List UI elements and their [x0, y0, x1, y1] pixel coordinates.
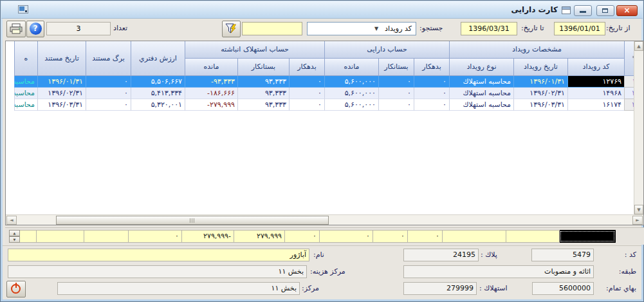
grid-cell-asset-balance[interactable]: ۵,۶۰۰,۰۰۰ — [324, 99, 378, 111]
from-date-field[interactable]: 1396/01/01 — [554, 22, 605, 35]
col-header-depr-balance[interactable]: مانده — [185, 59, 237, 76]
help-button[interactable]: ? — [26, 21, 44, 37]
grid-cell-asset-credit[interactable]: ۰ — [378, 88, 414, 99]
grid-cell-depr-credit[interactable]: ۹۳,۳۳۳ — [237, 76, 289, 88]
grid-cell-doc-date[interactable]: ۱۳۹۶/۰۲/۳۱ — [37, 88, 86, 99]
summary-cell-depr-balance: ۲۷۹,۹۹۹- — [181, 230, 234, 243]
from-date-label: از تاریخ: — [606, 24, 630, 32]
grid-cell-event-code[interactable]: ۱۶۱۷۴ — [567, 99, 624, 111]
class-field[interactable]: اثاثه و منصوبات — [403, 265, 594, 278]
col-group-event-label[interactable]: مشخصات رویداد — [449, 41, 624, 59]
summary-cell-doc-sheet — [84, 230, 129, 243]
col-header-method-partial[interactable]: ه — [14, 41, 37, 76]
center-field[interactable]: بخش ۱۱ — [57, 282, 300, 295]
search-type-combo[interactable]: کد رویداد ▼ — [307, 22, 416, 35]
grid-cell-depr-balance[interactable]: -۱۸۶,۶۶۶ — [185, 88, 237, 99]
col-header-event-code[interactable]: کد رویداد — [567, 59, 624, 76]
asset-detail-panel: کد : 5479 پلاك : 24195 نام: آباژور طبقه:… — [3, 245, 641, 299]
grid-cell-asset-debit[interactable]: ۰ — [414, 88, 449, 99]
plate-field[interactable]: 24195 — [403, 249, 479, 261]
grid-cell-asset-credit[interactable]: ۰ — [378, 76, 414, 88]
close-button[interactable]: × — [616, 5, 638, 16]
grid-cell-asset-debit[interactable]: ۰ — [414, 76, 449, 88]
grid-cell-event-code[interactable]: ۱۴۹۶۸ — [567, 88, 624, 99]
print-icon — [10, 23, 23, 35]
grid-cell-depr-balance[interactable]: -۲۷۹,۹۹۹ — [185, 99, 237, 111]
grid-cell-method[interactable]: محاسبه — [14, 88, 37, 99]
to-date-field[interactable]: 1396/03/31 — [461, 22, 517, 35]
name-field[interactable]: آباژور — [8, 249, 309, 261]
code-field[interactable]: 5479 — [531, 249, 594, 261]
grid-cell-doc-sheet[interactable]: ۰ — [86, 88, 131, 99]
v-scrollbar[interactable]: ▲ ▼ — [634, 41, 643, 214]
grid-cell-book-value[interactable]: ۵,۴۱۳,۳۳۴ — [131, 88, 185, 99]
h-scrollbar[interactable]: ◄ ► — [6, 214, 643, 225]
col-header-doc-date[interactable]: تاریخ مستند — [37, 41, 86, 76]
grid-cell-depr-credit[interactable]: ۹۳,۳۳۳ — [237, 99, 289, 111]
grid-cell-asset-balance[interactable]: ۵,۶۰۰,۰۰۰ — [324, 76, 378, 88]
scroll-right-icon[interactable]: ► — [632, 216, 643, 225]
grid-cell-event-date[interactable]: ۱۳۹۶/۰۲/۳۱ — [513, 88, 567, 99]
depreciation-field[interactable]: 279999 — [403, 282, 477, 295]
col-header-book-value[interactable]: ارزش دفتري — [131, 41, 185, 76]
grid-cell-depr-debit[interactable]: ۰ — [289, 76, 324, 88]
col-group-asset-label[interactable]: حساب دارایی — [324, 41, 449, 59]
col-header-asset-credit[interactable]: بستانکار — [378, 59, 414, 76]
grid-cell-event-type[interactable]: محاسبه استهلاك — [449, 88, 513, 99]
grid-cell-depr-debit[interactable]: ۰ — [289, 88, 324, 99]
filter-button[interactable] — [222, 21, 241, 37]
chevron-down-icon[interactable]: ▼ — [374, 23, 378, 35]
minimize-button[interactable] — [574, 5, 592, 16]
scroll-up-icon[interactable]: ▲ — [634, 41, 643, 51]
col-group-depreciation-label[interactable]: حساب استهلاک انباشته — [185, 41, 324, 59]
grid-cell-event-date[interactable]: ۱۳۹۶/۰۳/۳۱ — [513, 99, 567, 111]
col-header-depr-credit[interactable]: بستانکار — [237, 59, 289, 76]
grid-cell-book-value[interactable]: ۵,۳۲۰,۰۰۱ — [131, 99, 185, 111]
print-button[interactable] — [6, 21, 26, 37]
col-header-depr-debit[interactable]: بدهکار — [289, 59, 324, 76]
grid-cell-asset-debit[interactable]: ۰ — [414, 99, 449, 111]
total-cost-field[interactable]: 5600000 — [532, 282, 594, 295]
grid-cell-event-date[interactable]: ۱۳۹۶/۰۱/۳۱ — [513, 76, 567, 88]
grid-cell-event-type[interactable]: محاسبه استهلاك — [449, 99, 513, 111]
col-header-event-date[interactable]: تاریخ رویداد — [513, 59, 567, 76]
app-icon — [18, 5, 28, 14]
code-label: کد : — [625, 249, 636, 261]
grid-cell-event-code[interactable]: ۱۲۷۶۹ — [567, 76, 624, 88]
spinner-up-button[interactable]: ▲ — [9, 230, 20, 236]
grid-cell-doc-date[interactable]: ۱۳۹۶/۰۳/۳۱ — [37, 99, 86, 111]
window: کارت دارایی × ? 3 تعداد ک — [0, 0, 644, 302]
col-header-asset-balance[interactable]: مانده — [324, 59, 378, 76]
summary-cell-depr-debit: ۰ — [284, 230, 320, 243]
grid-cell-book-value[interactable]: ۵,۵۰۶,۶۶۷ — [131, 76, 185, 88]
depreciation-label: استهلاك : — [479, 282, 508, 295]
grid-row[interactable]: ۱۱۲۷۶۹۱۳۹۶/۰۱/۳۱محاسبه استهلاك۰۰۵,۶۰۰,۰۰… — [14, 76, 643, 88]
grid-cell-depr-credit[interactable]: ۹۳,۳۳۳ — [237, 88, 289, 99]
grid-cell-depr-balance[interactable]: -۹۳,۳۳۳ — [185, 76, 237, 88]
center-label: مرکز: — [302, 282, 319, 295]
grid-cell-asset-credit[interactable]: ۰ — [378, 99, 414, 111]
col-header-doc-sheet[interactable]: برگ مستند — [86, 41, 131, 76]
h-scrollbar-thumb[interactable] — [56, 216, 329, 225]
grid-cell-doc-sheet[interactable]: ۰ — [86, 99, 131, 111]
scroll-left-icon[interactable]: ◄ — [6, 216, 17, 225]
cost-center-field[interactable]: بخش ۱۱ — [8, 265, 307, 278]
spinner-down-button[interactable]: ▼ — [9, 236, 20, 243]
search-input[interactable] — [242, 22, 302, 35]
col-header-asset-debit[interactable]: بدهکار — [414, 59, 449, 76]
grid-cell-method[interactable]: محاسبه — [14, 99, 37, 111]
grid-cell-doc-sheet[interactable]: ۰ — [86, 76, 131, 88]
col-header-event-type[interactable]: نوع رویداد — [449, 59, 513, 76]
power-button[interactable] — [6, 281, 26, 297]
grid-row[interactable]: ۳۱۶۱۷۴۱۳۹۶/۰۳/۳۱محاسبه استهلاك۰۰۵,۶۰۰,۰۰… — [14, 99, 643, 111]
maximize-button[interactable] — [596, 5, 614, 16]
grid-cell-event-type[interactable]: محاسبه استهلاك — [449, 76, 513, 88]
summary-row: ۰ ۰ ۰ ۰ ۲۷۹,۹۹۹ ۲۷۹,۹۹۹- ۰ ▲ ▼ — [5, 227, 644, 245]
summary-focused-cell[interactable] — [559, 230, 616, 243]
grid-cell-depr-debit[interactable]: ۰ — [289, 99, 324, 111]
scroll-down-icon[interactable]: ▼ — [634, 205, 643, 214]
grid-cell-doc-date[interactable]: ۱۳۹۶/۰۱/۳۱ — [37, 76, 86, 88]
grid-row[interactable]: ۲۱۴۹۶۸۱۳۹۶/۰۲/۳۱محاسبه استهلاك۰۰۵,۶۰۰,۰۰… — [14, 88, 643, 99]
grid-cell-asset-balance[interactable]: ۵,۶۰۰,۰۰۰ — [324, 88, 378, 99]
grid-cell-method[interactable]: محاسبه — [14, 76, 37, 88]
